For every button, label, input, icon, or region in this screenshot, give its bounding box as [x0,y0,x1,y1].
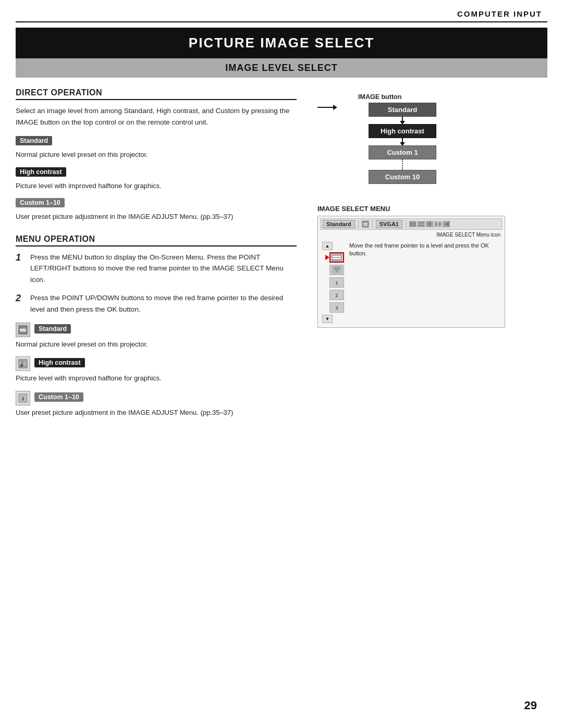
svg-rect-20 [438,222,441,226]
custom-desc: User preset picture adjustment in the IM… [16,212,297,222]
diagram-boxes-container: IMAGE button Standard High contrast Cust… [337,93,436,184]
svg-text:2: 2 [335,293,338,298]
high-contrast-badge: High contrast [16,167,66,177]
image-button-diagram: IMAGE button Standard High contrast Cust… [317,93,547,184]
menu-item-3[interactable]: 1 [329,277,344,288]
toolbar-icon-5 [434,221,442,227]
high-contrast-icon-box [16,356,30,371]
standard-icon [18,325,28,335]
svg-rect-9 [363,225,368,226]
toolbar-icon-3 [418,221,425,227]
diagram-custom10: Custom 10 [369,170,436,184]
menu-items-list: 1 2 [322,252,344,313]
arrow-up-btn[interactable]: ▲ [322,242,333,250]
arrow-to-diagram [317,93,337,110]
toolbar-sep-2 [372,220,373,228]
toolbar-sep-3 [406,220,406,228]
menu-item-4-icon: 2 [332,291,342,299]
menu-custom-badge: Custom 1–10 [34,392,83,402]
menu-standard-desc: Normal picture level preset on this proj… [16,339,297,350]
menu-body: ▲ [320,240,503,325]
menu-icon-note: IMAGE SELECT Menu icon [320,232,503,238]
svg-rect-4 [20,363,26,364]
menu-custom-desc: User preset picture adjustment in the IM… [16,408,297,418]
diagram-boxes: Standard High contrast Custom 1 Custom 1… [369,103,436,184]
svg-text:1: 1 [21,396,24,401]
menu-item-4[interactable]: 2 [329,290,344,300]
high-contrast-desc: Picture level with improved halftone for… [16,181,297,191]
menu-custom-badge-row: 1 Custom 1–10 [16,391,297,405]
menu-item-1-icon [332,253,342,262]
step2-number: 2 [16,292,26,304]
menu-toolbar: Standard SVGA1 [320,218,503,230]
diagram-custom1: Custom 1 [369,145,436,159]
standard-badge: Standard [16,136,52,145]
custom-badge: Custom 1–10 [16,198,65,207]
content-area: DIRECT OPERATION Select an image level f… [16,88,547,425]
svg-rect-23 [332,253,342,262]
diagram-high-contrast: High contrast [369,124,436,138]
diagram-arrow-2 [402,138,403,145]
image-select-menu-diagram: IMAGE SELECT MENU Standard SVGA1 [317,205,547,328]
toolbar-sep-1 [358,220,359,228]
toolbar-icon-2 [409,221,417,227]
step2-text: Press the POINT UP/DOWN buttons to move … [30,292,297,315]
menu-operation-heading: MENU OPERATION [16,235,297,246]
high-contrast-badge-row: High contrast [16,167,297,179]
computer-input-header: COMPUTER INPUT [0,0,563,21]
pointer-note-line: Move the red frame pointer to a level an… [349,242,503,258]
pointer-note: Move the red frame pointer to a level an… [349,242,489,256]
menu-right-notes: Move the red frame pointer to a level an… [349,240,503,325]
dotted-line [402,159,403,170]
menu-item-3-icon: 1 [332,278,342,287]
menu-hc-badge-row: High contrast [16,356,297,371]
svg-rect-15 [418,225,424,226]
section-title: IMAGE LEVEL SELECT [26,63,537,73]
arrowhead-right [333,105,337,110]
svg-rect-1 [20,329,26,330]
toolbar-icons [409,221,450,227]
page-title: PICTURE IMAGE SELECT [26,35,537,51]
direct-operation-intro: Select an image level from among Standar… [16,105,297,128]
menu-item-2[interactable] [329,265,344,275]
svg-point-17 [427,222,432,226]
page-title-bar: PICTURE IMAGE SELECT [16,28,547,58]
diagram-standard: Standard [369,103,436,117]
arrow-down-btn[interactable]: ▼ [322,315,333,323]
svg-text:3: 3 [335,305,338,311]
menu-standard-badge-row: Standard [16,323,297,337]
menu-operation-section: MENU OPERATION 1 Press the MENU button t… [16,235,297,417]
svg-rect-12 [410,225,416,226]
h-line [317,107,333,108]
standard-desc: Normal picture level preset on this proj… [16,150,297,160]
menu-hc-desc: Picture level with improved halftone for… [16,373,297,384]
step1-number: 1 [16,252,26,264]
toolbar-icon-1 [362,220,369,228]
standard-badge-row: Standard [16,136,297,147]
red-pointer [325,255,329,260]
svg-rect-14 [418,222,424,224]
high-contrast-icon [18,359,28,368]
step1-text: Press the MENU button to display the On-… [30,252,297,286]
menu-item-2-icon [332,266,342,274]
section-title-bar: IMAGE LEVEL SELECT [16,58,547,78]
left-column: DIRECT OPERATION Select an image level f… [16,88,297,425]
custom-icon: 1 [18,393,28,403]
menu-standard-badge: Standard [34,324,71,334]
right-column: IMAGE button Standard High contrast Cust… [312,88,547,425]
direct-operation-heading: DIRECT OPERATION [16,88,297,100]
svg-text:1: 1 [335,280,338,286]
svg-rect-19 [435,222,437,226]
step1-item: 1 Press the MENU button to display the O… [16,252,297,286]
svg-rect-2 [20,330,26,331]
toolbar-svga-btn: SVGA1 [376,220,402,228]
menu-controls: ▲ [320,240,346,325]
menu-screen: Standard SVGA1 [317,216,505,328]
svg-rect-7 [362,221,369,227]
menu-item-5[interactable]: 3 [329,302,344,313]
image-button-label: IMAGE button [358,93,436,101]
step2-item: 2 Press the POINT UP/DOWN buttons to mov… [16,292,297,315]
toolbar-icon-4 [426,221,433,227]
custom-badge-row: Custom 1–10 [16,198,297,209]
menu-item-1[interactable] [329,252,344,263]
